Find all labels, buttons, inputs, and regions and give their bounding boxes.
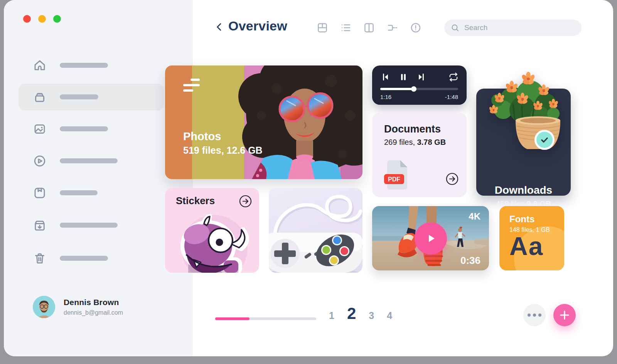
sidebar-item-trash[interactable] <box>4 245 193 272</box>
page-3-button[interactable]: 3 <box>369 310 374 321</box>
more-options-button[interactable] <box>523 304 546 326</box>
user-name: Dennis Brown <box>64 298 123 307</box>
sidebar: Dennis Brown dennis_b@gmail.com <box>4 0 193 356</box>
page-title: Overview <box>228 18 287 34</box>
minimize-button[interactable] <box>38 15 46 23</box>
fonts-card[interactable]: Fonts 148 files, 1 GB Aa <box>499 206 564 270</box>
bookmark-box-icon <box>33 186 47 200</box>
back-button[interactable] <box>214 21 225 33</box>
sidebar-item-downloads[interactable] <box>4 212 193 239</box>
search-bar[interactable] <box>444 20 582 36</box>
image-icon <box>33 122 47 136</box>
pagination: 1 2 3 4 <box>329 304 392 323</box>
photos-subtitle: 519 files, 12.6 GB <box>183 145 263 156</box>
repeat-icon[interactable] <box>448 72 459 82</box>
photos-cover-image <box>165 65 362 179</box>
ellipsis-icon <box>528 314 531 317</box>
pdf-file-icon: PDF <box>384 159 410 190</box>
play-circle-icon <box>33 154 47 168</box>
page-2-button-current[interactable]: 2 <box>347 304 356 323</box>
search-input[interactable] <box>464 23 575 32</box>
player-progress-fill <box>380 88 414 90</box>
nav-label-placeholder <box>60 158 118 163</box>
music-player-card: 1:16 -1:48 <box>372 65 467 105</box>
search-icon <box>450 23 460 32</box>
play-button[interactable] <box>415 222 447 255</box>
user-profile[interactable]: Dennis Brown dennis_b@gmail.com <box>33 296 123 318</box>
page-4-button[interactable]: 4 <box>387 310 392 321</box>
stickers-open-arrow-icon[interactable] <box>239 195 252 208</box>
skip-forward-icon[interactable] <box>416 72 426 82</box>
stickers-title: Stickers <box>176 195 215 207</box>
video-quality-badge: 4K <box>469 211 480 222</box>
video-duration: 0:36 <box>460 255 480 267</box>
pause-icon[interactable] <box>398 72 408 82</box>
user-email: dennis_b@gmail.com <box>64 309 123 316</box>
nav-label-placeholder <box>60 126 108 131</box>
games-card[interactable] <box>269 188 362 273</box>
skip-back-icon[interactable] <box>381 72 391 82</box>
photos-title: Photos <box>183 130 221 143</box>
sidebar-item-home[interactable] <box>4 52 193 79</box>
storage-progress-fill <box>215 317 249 320</box>
archive-box-icon <box>33 90 47 104</box>
downloads-card[interactable]: Downloads 468 files 9.8 GB <box>476 64 571 196</box>
fonts-title: Fonts <box>509 214 534 225</box>
alert-circle-button[interactable] <box>410 22 421 34</box>
plant-image <box>476 64 571 156</box>
sidebar-item-videos[interactable] <box>4 148 193 174</box>
svg-text:PDF: PDF <box>388 176 400 183</box>
download-complete-check-icon <box>534 130 555 150</box>
plus-icon <box>559 309 570 321</box>
nav-label-placeholder <box>60 190 98 195</box>
nav-label-placeholder <box>60 223 118 228</box>
fonts-aa-glyph: Aa <box>509 231 543 261</box>
zoom-button[interactable] <box>53 15 61 23</box>
window-controls <box>23 15 61 23</box>
add-button[interactable] <box>553 304 576 326</box>
merge-flow-button[interactable] <box>386 22 398 34</box>
app-window: Dennis Brown dennis_b@gmail.com Overview <box>4 0 613 356</box>
nav-label-placeholder <box>60 256 108 261</box>
player-progress-thumb[interactable] <box>411 86 416 92</box>
stickers-card[interactable]: Stickers <box>165 188 259 273</box>
player-progress-track[interactable] <box>380 88 458 90</box>
documents-title: Documents <box>384 123 441 135</box>
list-view-button[interactable] <box>340 22 352 34</box>
home-icon <box>33 59 47 72</box>
video-card[interactable]: 4K 0:36 <box>372 206 489 270</box>
player-remaining-time: -1:48 <box>445 94 458 100</box>
documents-subtitle: 269 files, 3.78 GB <box>384 138 446 147</box>
sidebar-item-images[interactable] <box>4 116 193 143</box>
nav-label-placeholder <box>60 94 98 99</box>
columns-view-button[interactable] <box>363 22 375 34</box>
page-1-button[interactable]: 1 <box>329 310 334 321</box>
photos-card[interactable]: Photos 519 files, 12.6 GB <box>165 65 362 179</box>
close-button[interactable] <box>23 15 31 23</box>
game-controller-image <box>269 188 362 273</box>
player-elapsed-time: 1:16 <box>380 94 391 100</box>
downloads-title: Downloads <box>476 184 571 196</box>
storage-progress-bar <box>215 317 316 320</box>
sidebar-item-files-active[interactable] <box>4 84 193 111</box>
monster-sticker-image <box>165 206 259 273</box>
documents-card[interactable]: Documents 269 files, 3.78 GB PDF <box>372 112 467 197</box>
nav-label-placeholder <box>60 63 108 68</box>
package-down-icon <box>33 218 47 232</box>
sidebar-item-saved[interactable] <box>4 179 193 206</box>
documents-open-arrow-icon[interactable] <box>446 173 459 185</box>
avatar <box>33 296 55 318</box>
trash-icon <box>33 252 47 265</box>
grid-view-button[interactable] <box>317 22 328 34</box>
